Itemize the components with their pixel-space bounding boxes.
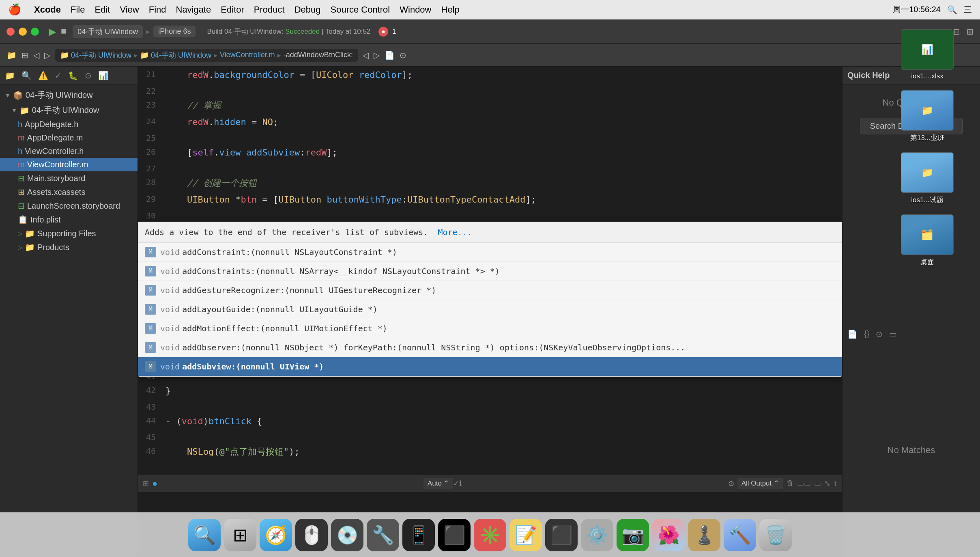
dock-facetime[interactable]: 📷: [617, 519, 649, 551]
device-selector[interactable]: iPhone 6s: [153, 26, 196, 37]
menu-view[interactable]: View: [120, 4, 139, 15]
trash-icon[interactable]: 🗑: [787, 479, 794, 488]
nav-icon-breakpoint[interactable]: ⊙: [85, 71, 92, 80]
back-forward[interactable]: ⊞: [21, 50, 28, 60]
nav-group-item[interactable]: ▼ 📁 04-手动 UIWindow: [0, 103, 138, 118]
menu-bar-extra[interactable]: 三: [964, 4, 972, 15]
menu-product[interactable]: Product: [254, 4, 285, 15]
expand-icon[interactable]: ⤡: [824, 479, 830, 488]
nav-file-assets[interactable]: ⊞ Assets.xcassets: [0, 185, 138, 199]
info-icon[interactable]: ℹ: [459, 479, 462, 488]
dock-terminal[interactable]: ⬛: [438, 519, 471, 551]
dock-trash[interactable]: 🗑️: [759, 519, 792, 551]
dock-stickies[interactable]: 📝: [509, 519, 542, 551]
filter-icon[interactable]: ⊙: [728, 479, 734, 488]
dock-mouse[interactable]: 🖱️: [295, 519, 328, 551]
dock-settings[interactable]: ⚙️: [581, 519, 613, 551]
fullscreen-button[interactable]: [31, 28, 39, 36]
autocomplete-item-4[interactable]: M void addMotionEffect:(nonnull UIMotion…: [138, 319, 842, 338]
menu-window[interactable]: Window: [400, 4, 431, 15]
autocomplete-item-3[interactable]: M void addLayoutGuide:(nonnull UILayoutG…: [138, 300, 842, 319]
desktop-icon-folder2[interactable]: 📁 ios1...试题: [898, 149, 957, 208]
menu-find[interactable]: Find: [149, 4, 166, 15]
nav-file-supporting[interactable]: ▷ 📁 Supporting Files: [0, 227, 138, 240]
split-view-icon[interactable]: ⊞: [143, 479, 149, 488]
menu-editor[interactable]: Editor: [221, 4, 244, 15]
apple-menu[interactable]: 🍎: [8, 3, 21, 16]
breadcrumb-part1[interactable]: 📁 04-手动 UIWindow: [60, 50, 131, 60]
autocomplete-more-link[interactable]: More...: [438, 227, 472, 237]
nav-file-viewcontroller-h[interactable]: h ViewController.h: [0, 145, 138, 158]
scroll-icon[interactable]: ↕: [834, 479, 837, 488]
nav-forward[interactable]: ▷: [44, 50, 50, 60]
breadcrumb-part2[interactable]: 📁 04-手动 UIWindow: [140, 50, 211, 60]
menu-xcode[interactable]: Xcode: [34, 4, 61, 15]
dock-finder[interactable]: 🔍: [188, 519, 221, 551]
close-button[interactable]: [6, 28, 15, 36]
autocomplete-popup[interactable]: Adds a view to the end of the receiver's…: [138, 222, 842, 377]
qh-icon-file[interactable]: 📄: [847, 329, 858, 339]
toolbar-icon1[interactable]: 📄: [385, 50, 395, 60]
dock-navi[interactable]: ⬛: [545, 519, 578, 551]
nav-icon-search[interactable]: 🔍: [21, 71, 32, 80]
output-selector[interactable]: All Output ⌃: [737, 478, 783, 489]
nav-back[interactable]: ◁: [33, 50, 39, 60]
menu-source-control[interactable]: Source Control: [331, 4, 390, 15]
code-view[interactable]: 21 redW.backgroundColor = [UIColor redCo…: [138, 67, 842, 492]
view-mode-2[interactable]: ▭: [814, 479, 821, 488]
dock-apps[interactable]: 📱: [402, 519, 435, 551]
nav-products-arrow: ▷: [18, 244, 22, 250]
nav-icon-report[interactable]: 📊: [98, 71, 108, 80]
dock-photos[interactable]: 🌺: [652, 519, 685, 551]
dock-dvd[interactable]: 💿: [331, 519, 363, 551]
view-mode-1[interactable]: ▭▭: [797, 479, 811, 488]
nav-file-launch[interactable]: ⊟ LaunchScreen.storyboard: [0, 199, 138, 213]
desktop-icon-folder1[interactable]: 📁 第13...业班: [898, 87, 957, 146]
desktop-icon-xlsx[interactable]: 📊 ios1....xlsx: [898, 26, 957, 84]
menu-navigate[interactable]: Navigate: [176, 4, 211, 15]
nav-root-item[interactable]: ▼ 📦 04-手动 UIWindow: [0, 88, 138, 103]
dock-xcode[interactable]: 🔨: [724, 519, 756, 551]
qh-icon-code[interactable]: {}: [864, 329, 869, 339]
autocomplete-item-0[interactable]: M void addConstraint:(nonnull NSLayoutCo…: [138, 243, 842, 262]
autocomplete-item-5[interactable]: M void addObserver:(nonnull NSObject *) …: [138, 338, 842, 357]
menu-file[interactable]: File: [71, 4, 85, 15]
menu-debug[interactable]: Debug: [294, 4, 321, 15]
minimize-button[interactable]: [19, 28, 27, 36]
dock-chess[interactable]: ♟️: [688, 519, 720, 551]
scope-selector[interactable]: Auto ⌃: [423, 478, 453, 489]
nav-root-label: 04-手动 UIWindow: [26, 90, 93, 101]
nav-icon-debug[interactable]: 🐛: [68, 71, 78, 80]
autocomplete-item-2[interactable]: M void addGestureRecognizer:(nonnull UIG…: [138, 281, 842, 300]
error-count-badge[interactable]: ●: [378, 27, 388, 37]
nav-prev[interactable]: ◁: [363, 50, 369, 60]
breadcrumb-part3[interactable]: ViewController.m: [220, 51, 275, 59]
run-button[interactable]: ▶: [49, 26, 56, 37]
scheme-selector[interactable]: 04-手动 UIWindow: [73, 25, 143, 38]
dock-xmind[interactable]: ✳️: [474, 519, 506, 551]
nav-file-appdelegate-h[interactable]: h AppDelegate.h: [0, 118, 138, 131]
nav-file-products[interactable]: ▷ 📁 Products: [0, 240, 138, 254]
toolbar-icon2[interactable]: ⊙: [400, 50, 406, 60]
menu-help[interactable]: Help: [441, 4, 460, 15]
dock-launchpad[interactable]: ⊞: [224, 519, 256, 551]
nav-icon-folder[interactable]: 📁: [5, 71, 15, 80]
nav-file-infoplist[interactable]: 📋 Info.plist: [0, 213, 138, 227]
menu-bar-search[interactable]: 🔍: [947, 5, 957, 15]
desktop-icon-desktop[interactable]: 🗂️ 桌面: [898, 211, 957, 270]
dock-tools[interactable]: 🔧: [367, 519, 399, 551]
breadcrumb-part4[interactable]: -addWindowBtnClick:: [284, 51, 353, 59]
nav-next[interactable]: ▷: [374, 50, 380, 60]
nav-icon-warning[interactable]: ⚠️: [38, 71, 48, 80]
autocomplete-item-6[interactable]: M void addSubview:(nonnull UIView *): [138, 357, 842, 376]
check-icon[interactable]: ✓: [453, 479, 459, 488]
nav-file-viewcontroller-m[interactable]: m ViewController.m: [0, 158, 138, 171]
folder-icon[interactable]: 📁: [6, 50, 17, 60]
menu-edit[interactable]: Edit: [95, 4, 110, 15]
nav-icon-test[interactable]: ✓: [55, 71, 62, 80]
nav-file-appdelegate-m[interactable]: m AppDelegate.m: [0, 131, 138, 145]
stop-button[interactable]: ■: [61, 26, 66, 37]
autocomplete-item-1[interactable]: M void addConstraints:(nonnull NSArray<_…: [138, 262, 842, 281]
nav-file-main-storyboard[interactable]: ⊟ Main.storyboard: [0, 171, 138, 185]
dock-safari[interactable]: 🧭: [260, 519, 292, 551]
